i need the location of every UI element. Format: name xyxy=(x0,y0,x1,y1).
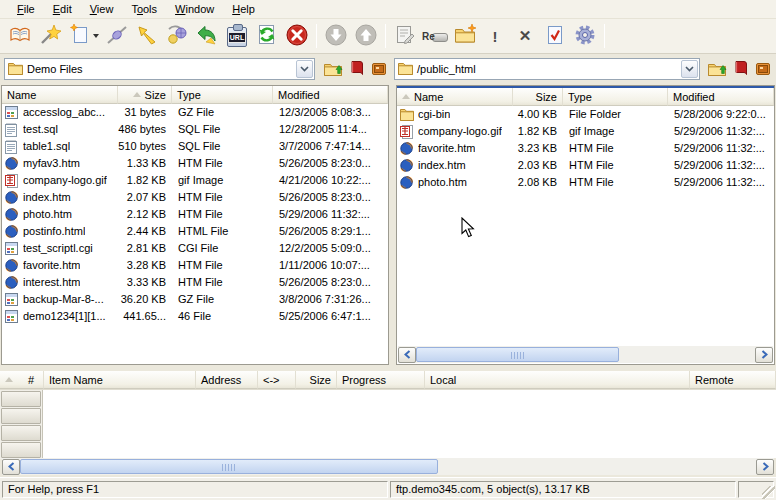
scroll-right-button[interactable] xyxy=(755,347,773,363)
column-header-name[interactable]: Name xyxy=(2,86,118,104)
connection-wizard-button[interactable] xyxy=(35,21,65,51)
file-row[interactable]: postinfo.html 2.44 KB HTML File 5/26/200… xyxy=(2,223,388,240)
menu-file[interactable]: File xyxy=(8,2,44,17)
file-row[interactable]: test.sql 486 bytes SQL File 12/28/2005 1… xyxy=(2,121,388,138)
html-file-icon xyxy=(400,176,415,190)
local-up-level-button[interactable] xyxy=(322,60,343,80)
upload-button[interactable] xyxy=(351,21,381,51)
file-row[interactable]: company-logo.gif 1.82 KB gif Image 5/29/… xyxy=(397,123,774,140)
new-site-button[interactable] xyxy=(65,21,95,51)
file-name: favorite.htm xyxy=(23,257,80,274)
download-button[interactable] xyxy=(321,21,351,51)
file-type: HTM File xyxy=(563,174,668,191)
site-manager-button[interactable] xyxy=(5,21,35,51)
file-type: File Folder xyxy=(563,106,668,123)
quick-connect-button[interactable] xyxy=(132,21,162,51)
menu-tools[interactable]: Tools xyxy=(122,2,166,17)
file-row[interactable]: myfav3.htm 1.33 KB HTM File 5/26/2005 8:… xyxy=(2,155,388,172)
url-button[interactable]: URL xyxy=(222,21,252,51)
file-name: accesslog_abc... xyxy=(23,104,105,121)
scrollbar-thumb[interactable] xyxy=(416,347,619,362)
local-bookmarks-button[interactable] xyxy=(346,60,367,80)
new-site-dropdown-caret[interactable] xyxy=(93,34,99,38)
file-row[interactable]: photo.htm 2.08 KB HTM File 5/29/2006 11:… xyxy=(397,174,774,191)
file-row[interactable]: favorite.htm 3.23 KB HTM File 5/29/2006 … xyxy=(397,140,774,157)
scrollbar-thumb[interactable] xyxy=(20,459,438,474)
rename-button[interactable]: Re xyxy=(420,21,450,51)
file-type: HTM File xyxy=(172,206,273,223)
file-row[interactable]: accesslog_abc... 31 bytes GZ File 12/3/2… xyxy=(2,104,388,121)
column-header-size[interactable]: Size xyxy=(513,88,563,106)
queue-header-remote[interactable]: Remote xyxy=(690,371,776,389)
column-header-size[interactable]: Size xyxy=(118,86,172,104)
remote-path-combo[interactable]: /public_html xyxy=(394,58,700,80)
refresh-button[interactable] xyxy=(252,21,282,51)
file-row[interactable]: interest.htm 3.33 KB HTM File 5/26/2005 … xyxy=(2,274,388,291)
queue-row-header[interactable] xyxy=(1,442,41,458)
file-type: gif Image xyxy=(563,123,668,140)
new-folder-button[interactable] xyxy=(450,21,480,51)
file-row[interactable]: index.htm 2.03 KB HTM File 5/29/2006 11:… xyxy=(397,157,774,174)
queue-header-address[interactable]: Address xyxy=(196,371,258,389)
file-name: test.sql xyxy=(23,121,58,138)
delete-button[interactable]: ✕ xyxy=(510,21,540,51)
edit-notes-button[interactable] xyxy=(390,21,420,51)
queue-row-header[interactable] xyxy=(1,408,41,424)
file-modified: 3/7/2006 7:47:14... xyxy=(273,138,388,155)
column-header-type[interactable]: Type xyxy=(563,88,668,106)
file-row[interactable]: company-logo.gif 1.82 KB gif Image 4/21/… xyxy=(2,172,388,189)
reconnect-button[interactable] xyxy=(162,21,192,51)
file-row[interactable]: backup-Mar-8-... 36.20 KB GZ File 3/8/20… xyxy=(2,291,388,308)
stop-button[interactable] xyxy=(282,21,312,51)
status-connection-info: ftp.demo345.com, 5 object(s), 13.17 KB xyxy=(390,481,736,498)
menu-edit[interactable]: Edit xyxy=(44,2,81,17)
queue-row-header[interactable] xyxy=(1,425,41,441)
status-help-text: For Help, press F1 xyxy=(2,481,388,498)
command-button[interactable]: ! xyxy=(480,21,510,51)
html-file-icon xyxy=(5,208,20,222)
gif-file-icon xyxy=(400,125,415,139)
column-header-name[interactable]: Name xyxy=(397,88,513,106)
file-row[interactable]: photo.htm 2.12 KB HTM File 5/29/2006 11:… xyxy=(2,206,388,223)
queue-header-local[interactable]: Local xyxy=(425,371,690,389)
menu-view[interactable]: View xyxy=(81,2,123,17)
file-row[interactable]: favorite.htm 3.28 KB HTM File 1/11/2006 … xyxy=(2,257,388,274)
file-type: 46 File xyxy=(172,308,273,325)
column-header-type[interactable]: Type xyxy=(172,86,273,104)
file-row[interactable]: table1.sql 510 bytes SQL File 3/7/2006 7… xyxy=(2,138,388,155)
queue-header-number[interactable]: # xyxy=(0,371,44,389)
panel-splitter[interactable] xyxy=(389,85,396,365)
menu-help[interactable]: Help xyxy=(223,2,264,17)
chevron-down-icon[interactable] xyxy=(681,60,698,78)
file-row[interactable]: demo1234[1][1... 441.65... 46 File 5/25/… xyxy=(2,308,388,325)
disconnect-button[interactable] xyxy=(192,21,222,51)
local-path-combo[interactable]: Demo Files xyxy=(4,58,315,80)
local-filter-button[interactable] xyxy=(368,60,389,80)
column-header-modified[interactable]: Modified xyxy=(668,88,774,106)
queue-horizontal-scrollbar[interactable] xyxy=(2,458,774,475)
file-size: 486 bytes xyxy=(118,121,172,138)
remote-horizontal-scrollbar[interactable] xyxy=(398,346,773,363)
scroll-right-button[interactable] xyxy=(756,459,774,475)
resize-grip[interactable] xyxy=(762,486,775,499)
queue-header-item-name[interactable]: Item Name xyxy=(44,371,196,389)
scroll-left-button[interactable] xyxy=(398,347,416,363)
remote-bookmarks-button[interactable] xyxy=(730,60,751,80)
column-header-modified[interactable]: Modified xyxy=(273,86,388,104)
queue-row-header[interactable] xyxy=(1,391,41,407)
scroll-left-button[interactable] xyxy=(2,459,20,475)
file-row[interactable]: test_scriptl.cgi 2.81 KB CGI File 12/2/2… xyxy=(2,240,388,257)
queue-header-direction[interactable]: <-> xyxy=(258,371,296,389)
settings-button[interactable] xyxy=(570,21,600,51)
connect-button[interactable] xyxy=(102,21,132,51)
red-book-icon xyxy=(349,60,364,80)
chevron-down-icon[interactable] xyxy=(296,60,313,78)
queue-header-progress[interactable]: Progress xyxy=(337,371,425,389)
queue-button[interactable] xyxy=(540,21,570,51)
remote-filter-button[interactable] xyxy=(752,60,773,80)
menu-window[interactable]: Window xyxy=(166,2,223,17)
remote-up-level-button[interactable] xyxy=(706,60,727,80)
file-row[interactable]: index.htm 2.07 KB HTM File 5/26/2005 8:2… xyxy=(2,189,388,206)
queue-header-size[interactable]: Size xyxy=(296,371,337,389)
file-row[interactable]: cgi-bin 4.00 KB File Folder 5/28/2006 9:… xyxy=(397,106,774,123)
